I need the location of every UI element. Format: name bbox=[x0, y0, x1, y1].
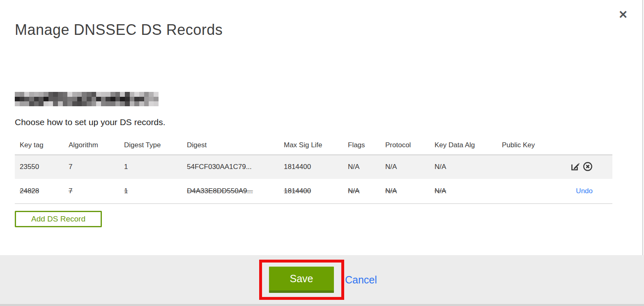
redacted-domain-name bbox=[15, 92, 159, 106]
cell-algorithm: 7 bbox=[64, 187, 119, 195]
save-button[interactable]: Save bbox=[269, 267, 334, 293]
cell-algorithm: 7 bbox=[64, 163, 119, 171]
table-row: 23550 7 1 54FCF030AA1C79... 1814400 N/A … bbox=[15, 155, 612, 179]
cell-protocol: N/A bbox=[380, 163, 430, 171]
col-header-public-key: Public Key bbox=[497, 141, 558, 149]
cell-digest-type: 1 bbox=[119, 163, 182, 171]
table-header-row: Key tag Algorithm Digest Type Digest Max… bbox=[15, 135, 612, 155]
cell-digest: D4A33E8DD550A9... bbox=[182, 187, 279, 195]
cell-max-sig-life: 1814400 bbox=[279, 187, 343, 195]
edit-record-button[interactable] bbox=[570, 162, 580, 172]
close-icon[interactable]: ✕ bbox=[616, 7, 630, 22]
cell-protocol: N/A bbox=[380, 187, 430, 195]
col-header-digest-type: Digest Type bbox=[119, 141, 182, 149]
cell-max-sig-life: 1814400 bbox=[279, 163, 343, 171]
edit-icon bbox=[570, 162, 580, 172]
cell-key-tag: 24828 bbox=[15, 187, 64, 195]
page-bottom-strip bbox=[0, 304, 644, 306]
cell-key-data-alg: N/A bbox=[430, 163, 497, 171]
cell-flags: N/A bbox=[343, 163, 380, 171]
cell-digest: 54FCF030AA1C79... bbox=[182, 163, 279, 171]
col-header-key-data-alg: Key Data Alg bbox=[430, 141, 497, 149]
delete-record-button[interactable] bbox=[583, 162, 593, 172]
col-header-key-tag: Key tag bbox=[15, 141, 64, 149]
cell-flags: N/A bbox=[343, 187, 380, 195]
col-header-protocol: Protocol bbox=[380, 141, 430, 149]
cell-key-tag: 23550 bbox=[15, 163, 64, 171]
col-header-digest: Digest bbox=[182, 141, 279, 149]
cell-digest-type: 1 bbox=[119, 187, 182, 195]
cell-key-data-alg: N/A bbox=[430, 187, 497, 195]
page-title: Manage DNSSEC DS Records bbox=[15, 21, 223, 39]
add-ds-record-button[interactable]: Add DS Record bbox=[15, 211, 102, 227]
col-header-max-sig-life: Max Sig Life bbox=[279, 141, 343, 149]
undo-link[interactable]: Undo bbox=[576, 187, 593, 195]
cancel-link[interactable]: Cancel bbox=[345, 274, 377, 286]
col-header-flags: Flags bbox=[343, 141, 380, 149]
ds-records-table: Key tag Algorithm Digest Type Digest Max… bbox=[15, 135, 612, 204]
table-row-deleted: 24828 7 1 D4A33E8DD550A9... 1814400 N/A … bbox=[15, 179, 612, 204]
row-actions: Undo bbox=[558, 187, 598, 195]
col-header-algorithm: Algorithm bbox=[64, 141, 119, 149]
dnssec-modal: Manage DNSSEC DS Records ✕ Choose how to… bbox=[0, 0, 644, 306]
delete-circle-x-icon bbox=[583, 162, 593, 172]
row-actions bbox=[558, 162, 598, 172]
subtitle-text: Choose how to set up your DS records. bbox=[15, 117, 166, 127]
